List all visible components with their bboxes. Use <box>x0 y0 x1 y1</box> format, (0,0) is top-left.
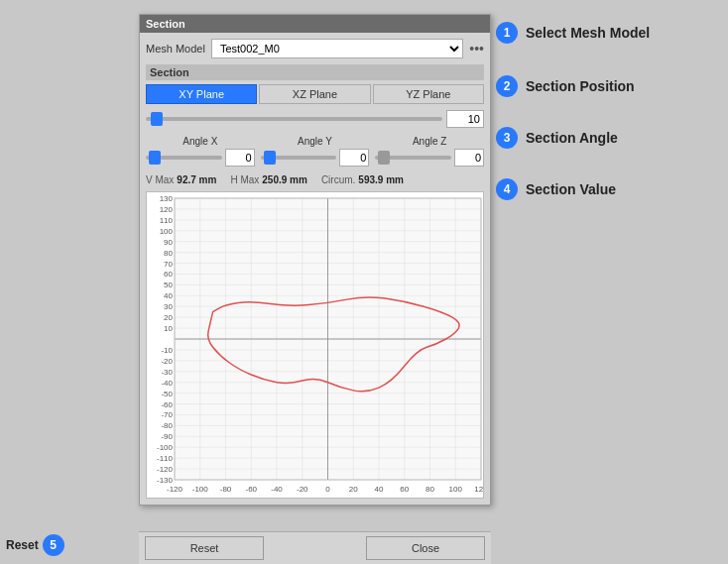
v-max-item: V Max 92.7 mm <box>146 174 216 185</box>
angle-z-item: Angle Z <box>375 136 484 167</box>
annotation-text-4: Section Value <box>526 181 616 197</box>
circum-value: 593.9 mm <box>358 174 404 185</box>
angle-y-item: Angle Y <box>261 136 370 167</box>
panel-title: Section <box>140 15 490 33</box>
bottom-bar: Reset Close <box>139 531 491 564</box>
mesh-model-row: Mesh Model Test002_M0 ••• <box>146 39 484 58</box>
position-slider-track[interactable] <box>146 117 442 121</box>
annotation-text-2: Section Position <box>526 78 635 94</box>
angle-y-input[interactable] <box>339 149 369 167</box>
v-max-label: V Max <box>146 174 174 185</box>
reset-annotation: Reset 5 <box>6 534 64 556</box>
angle-z-slider-track[interactable] <box>375 156 451 160</box>
plane-tabs: XY Plane XZ Plane YZ Plane <box>146 84 484 104</box>
annotation-2: 2 Section Position <box>496 75 635 97</box>
circum-label: Circum. <box>321 174 355 185</box>
angle-z-input[interactable] <box>454 149 484 167</box>
angle-row: Angle X Angle Y <box>146 136 484 167</box>
tab-yz-plane[interactable]: YZ Plane <box>373 84 484 104</box>
h-max-item: H Max 250.9 mm <box>230 174 307 185</box>
h-max-value: 250.9 mm <box>262 174 307 185</box>
annotation-circle-5: 5 <box>43 534 64 556</box>
annotation-circle-3: 3 <box>496 127 518 149</box>
section-group-label: Section <box>146 64 484 80</box>
v-max-value: 92.7 mm <box>177 174 216 185</box>
tab-xz-plane[interactable]: XZ Plane <box>259 84 370 104</box>
annotation-4: 4 Section Value <box>496 178 616 200</box>
angle-x-slider-track[interactable] <box>146 156 222 160</box>
mesh-more-icon[interactable]: ••• <box>469 41 484 56</box>
annotation-circle-4: 4 <box>496 178 518 200</box>
position-row <box>146 110 484 128</box>
position-slider-thumb[interactable] <box>151 112 163 126</box>
angle-z-slider-thumb[interactable] <box>378 151 390 165</box>
annotation-3: 3 Section Angle <box>496 127 618 149</box>
annotation-text-1: Select Mesh Model <box>526 25 650 41</box>
angle-y-label: Angle Y <box>298 136 332 147</box>
annotation-circle-2: 2 <box>496 75 518 97</box>
mesh-model-select[interactable]: Test002_M0 <box>211 39 463 58</box>
reset-annotation-text: Reset <box>6 538 39 552</box>
angle-y-slider-thumb[interactable] <box>264 151 276 165</box>
angle-y-slider-track[interactable] <box>261 156 337 160</box>
angle-x-slider-row <box>146 149 255 167</box>
annotation-circle-1: 1 <box>496 22 518 44</box>
chart-area <box>146 191 484 499</box>
angle-x-label: Angle X <box>182 136 217 147</box>
position-input[interactable] <box>446 110 484 128</box>
h-max-label: H Max <box>230 174 259 185</box>
section-chart <box>147 192 484 499</box>
annotation-text-3: Section Angle <box>526 130 618 146</box>
section-panel: Section Mesh Model Test002_M0 ••• Sectio… <box>139 14 491 506</box>
close-button[interactable]: Close <box>366 536 485 560</box>
circum-item: Circum. 593.9 mm <box>321 174 404 185</box>
angle-y-slider-row <box>261 149 370 167</box>
values-row: V Max 92.7 mm H Max 250.9 mm Circum. 593… <box>146 174 484 185</box>
reset-button[interactable]: Reset <box>145 536 264 560</box>
angle-x-input[interactable] <box>225 149 255 167</box>
angle-z-slider-row <box>375 149 484 167</box>
angle-x-slider-thumb[interactable] <box>149 151 161 165</box>
annotation-1: 1 Select Mesh Model <box>496 22 650 44</box>
angle-x-item: Angle X <box>146 136 255 167</box>
tab-xy-plane[interactable]: XY Plane <box>146 84 257 104</box>
angle-z-label: Angle Z <box>413 136 446 147</box>
mesh-model-label: Mesh Model <box>146 43 205 55</box>
